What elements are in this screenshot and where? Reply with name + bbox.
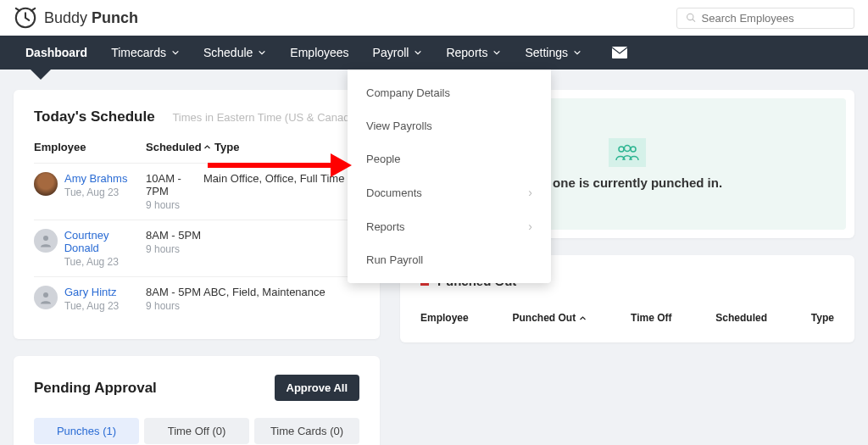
svg-point-7: [619, 147, 624, 152]
nav-settings[interactable]: Settings: [513, 36, 593, 70]
chevron-down-icon: [258, 48, 266, 57]
dd-view-payrolls[interactable]: View Payrolls: [348, 109, 551, 142]
employee-name[interactable]: Courtney Donald: [64, 229, 146, 254]
col-employee[interactable]: Employee: [420, 312, 469, 324]
svg-point-5: [43, 236, 48, 241]
search-input[interactable]: [702, 12, 845, 25]
employee-date: Tue, Aug 23: [64, 186, 127, 198]
col-time-off[interactable]: Time Off: [631, 312, 671, 324]
chevron-right-icon: ›: [528, 220, 532, 233]
tab-punches[interactable]: Punches (1): [34, 418, 139, 444]
card-todays-schedule: Today's Schedule Times in Eastern Time (…: [14, 90, 380, 339]
svg-point-6: [43, 292, 48, 298]
dd-people[interactable]: People: [348, 142, 551, 175]
tab-time-off[interactable]: Time Off (0): [144, 418, 249, 444]
col-scheduled[interactable]: Scheduled: [146, 141, 203, 153]
card-pending-approval: Pending Approval Approve All Punches (1)…: [14, 356, 380, 445]
people-icon: [609, 138, 646, 167]
avatar: [34, 172, 58, 196]
employee-name[interactable]: Amy Brahms: [64, 172, 127, 185]
employee-date: Tue, Aug 23: [64, 256, 146, 268]
svg-point-8: [625, 146, 631, 152]
dd-documents[interactable]: Documents›: [348, 175, 551, 209]
chevron-down-icon: [573, 48, 581, 57]
svg-rect-2: [612, 47, 627, 58]
nav-timecards[interactable]: Timecards: [99, 36, 192, 70]
avatar: [34, 229, 58, 253]
scheduled-time: 8AM - 5PM: [146, 286, 203, 298]
chevron-right-icon: ›: [528, 186, 532, 199]
nav-payroll[interactable]: Payroll: [361, 36, 435, 70]
nav-employees[interactable]: Employees: [278, 36, 360, 70]
punched-out-header: Employee Punched Out Time Off Scheduled …: [420, 312, 834, 324]
svg-marker-4: [331, 153, 352, 177]
svg-point-9: [631, 147, 636, 152]
punched-in-empty-text: No one is currently punched in.: [532, 175, 722, 190]
clock-logo-icon: [14, 6, 37, 30]
employee-name[interactable]: Gary Hintz: [64, 286, 119, 298]
schedule-row: Courtney Donald Tue, Aug 23 8AM - 5PM 9 …: [34, 220, 359, 276]
envelope-icon: [612, 47, 627, 58]
card-title: Today's Schedule: [34, 108, 155, 125]
sort-asc-icon: [579, 314, 587, 322]
scheduled-time: 8AM - 5PM: [146, 229, 203, 242]
dd-company-details[interactable]: Company Details: [348, 76, 551, 109]
nav-dashboard[interactable]: Dashboard: [14, 36, 99, 70]
payroll-dropdown: Company Details View Payrolls People Doc…: [348, 70, 551, 283]
nav-schedule[interactable]: Schedule: [192, 36, 278, 70]
col-scheduled[interactable]: Scheduled: [715, 312, 767, 324]
search-icon: [686, 12, 697, 24]
dd-reports[interactable]: Reports›: [348, 209, 551, 243]
chevron-down-icon: [171, 48, 180, 57]
annotation-arrow: [208, 148, 352, 182]
col-employee[interactable]: Employee: [34, 141, 146, 153]
tab-time-cards[interactable]: Time Cards (0): [254, 418, 359, 444]
chevron-down-icon: [414, 48, 422, 57]
active-pointer: [31, 70, 51, 80]
card-title: Pending Approval: [34, 380, 157, 397]
logo[interactable]: Buddy Punch: [14, 6, 138, 30]
employee-date: Tue, Aug 23: [64, 300, 119, 312]
search-box[interactable]: [676, 8, 854, 29]
topbar: Buddy Punch: [0, 0, 868, 36]
nav-reports[interactable]: Reports: [434, 36, 513, 70]
logo-text: Buddy Punch: [44, 9, 138, 27]
dd-run-payroll[interactable]: Run Payroll: [348, 243, 551, 276]
schedule-type: ABC, Field, Maintenance: [203, 286, 326, 298]
schedule-row: Gary Hintz Tue, Aug 23 8AM - 5PM 9 hours…: [34, 276, 359, 320]
approve-all-button[interactable]: Approve All: [275, 375, 359, 401]
avatar: [34, 286, 58, 309]
pending-tabs: Punches (1) Time Off (0) Time Cards (0): [34, 418, 359, 444]
timezone-label: Times in Eastern Time (US & Canada): [172, 111, 359, 124]
navbar: Dashboard Timecards Schedule Employees P…: [0, 36, 868, 70]
chevron-down-icon: [492, 48, 501, 57]
svg-point-1: [687, 14, 693, 19]
nav-mail[interactable]: [600, 36, 639, 70]
scheduled-hours: 9 hours: [146, 300, 203, 312]
scheduled-hours: 9 hours: [146, 243, 203, 255]
col-type[interactable]: Type: [811, 312, 834, 324]
scheduled-time: 10AM - 7PM: [146, 172, 203, 197]
col-punched-out[interactable]: Punched Out: [513, 312, 587, 324]
scheduled-hours: 9 hours: [146, 199, 203, 211]
